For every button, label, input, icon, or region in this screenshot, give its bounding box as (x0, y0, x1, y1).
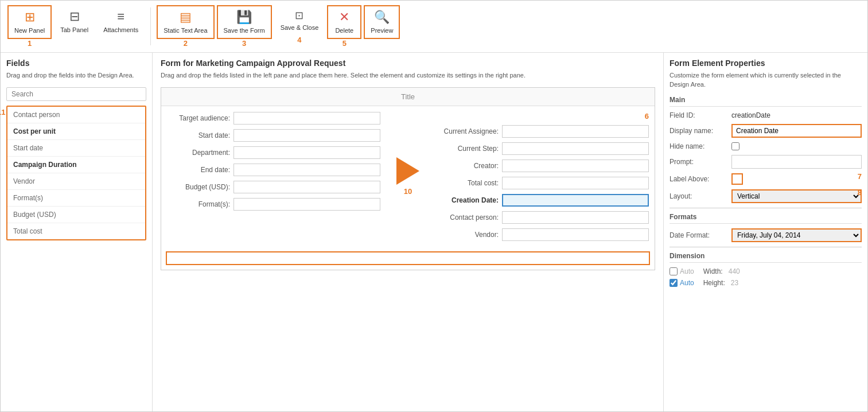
width-row: Auto Width: 440 (670, 267, 862, 275)
attachments-button[interactable]: ≡ Attachments (97, 5, 145, 38)
label-start-date: Start date: (167, 131, 230, 139)
input-contact-person[interactable] (502, 211, 649, 224)
fields-description: Drag and drop the fields into the Design… (6, 71, 146, 80)
hide-name-checkbox[interactable] (731, 142, 739, 150)
form-row-formats: Format(s): (167, 198, 380, 211)
annotation-11: 11 (0, 108, 5, 116)
height-key-label: Height: (703, 279, 725, 287)
save-close-button[interactable]: ⊡ Save & Close (274, 5, 325, 36)
input-step[interactable] (502, 142, 649, 155)
drag-arrow (396, 157, 419, 185)
form-row-end-date: End date: (167, 164, 380, 176)
label-creator: Creator: (435, 162, 499, 170)
input-creation-date[interactable] (502, 194, 649, 207)
main-section-title: Main (670, 96, 862, 107)
layout-row: 8 Layout: Vertical Horizontal (670, 189, 862, 203)
field-formats[interactable]: Format(s) (7, 190, 145, 207)
new-panel-button[interactable]: ⊞ New Panel (7, 5, 52, 39)
formats-section-title: Formats (670, 213, 862, 224)
label-formats: Format(s): (167, 200, 230, 208)
field-id-row: Field ID: creationDate (670, 111, 862, 119)
display-name-input[interactable] (731, 124, 862, 138)
static-text-label: Static Text Area (164, 27, 207, 34)
form-row-assignee: Current Assignee: (435, 125, 649, 138)
save-form-button[interactable]: 💾 Save the Form (217, 5, 272, 39)
input-assignee[interactable] (502, 125, 649, 138)
field-start-date[interactable]: Start date (7, 140, 145, 157)
height-row: Auto Height: 23 (670, 279, 862, 287)
search-input[interactable] (6, 87, 146, 101)
display-name-label: Display name: (670, 127, 727, 135)
form-row-vendor: Vendor: (435, 228, 649, 241)
field-total-cost[interactable]: Total cost (7, 223, 145, 239)
form-row-budget: Budget (USD): (167, 181, 380, 193)
form-design-area: Title Target audience: Start date: (161, 87, 655, 270)
input-vendor[interactable] (502, 228, 649, 241)
date-format-label: Date Format: (670, 231, 727, 239)
input-end-date[interactable] (233, 164, 380, 176)
form-row-creator: Creator: (435, 160, 649, 172)
form-bottom-bar (166, 251, 650, 265)
input-formats[interactable] (233, 198, 380, 211)
static-text-button[interactable]: ▤ Static Text Area (157, 5, 214, 39)
form-row-start-date: Start date: (167, 129, 380, 142)
form-title: Form for Marketing Campaign Approval Req… (161, 59, 655, 68)
new-panel-icon: ⊞ (25, 10, 35, 25)
toolbar-sep-1 (150, 7, 151, 45)
middle-panel: Form for Marketing Campaign Approval Req… (153, 53, 664, 411)
auto-width-checkbox[interactable] (670, 267, 678, 275)
field-campaign-duration[interactable]: Campaign Duration (7, 157, 145, 173)
preview-button[interactable]: 🔍 Preview (364, 5, 400, 39)
input-total-cost[interactable] (502, 177, 649, 189)
auto-height-checkbox[interactable] (670, 279, 678, 287)
form-body: Target audience: Start date: Department: (161, 106, 655, 247)
prompt-row: Prompt: (670, 155, 862, 169)
label-department: Department: (167, 149, 230, 157)
input-budget[interactable] (233, 181, 380, 193)
date-format-select[interactable]: Friday, July 04, 2014 07/04/2014 2014-07… (731, 228, 862, 242)
input-target-audience[interactable] (233, 112, 380, 125)
auto-height-check: Auto (670, 279, 694, 287)
label-end-date: End date: (167, 166, 230, 174)
auto-width-label: Auto (680, 267, 694, 275)
annotation-1: 1 (28, 39, 32, 48)
form-description: Drag and drop the fields listed in the l… (161, 71, 655, 80)
field-vendor[interactable]: Vendor (7, 173, 145, 190)
label-budget: Budget (USD): (167, 183, 230, 191)
tab-panel-label: Tab Panel (60, 26, 88, 34)
label-above-checkbox[interactable] (731, 173, 743, 185)
field-contact-person[interactable]: Contact person (7, 107, 145, 123)
save-form-icon: 💾 (236, 10, 252, 25)
annotation-3: 3 (242, 39, 246, 48)
annotation-8: 8 (858, 188, 862, 197)
label-total-cost: Total cost: (435, 179, 499, 187)
label-above-row: 7 Label Above: (670, 173, 862, 185)
auto-height-label: Auto (680, 279, 694, 287)
input-department[interactable] (233, 146, 380, 159)
attachments-label: Attachments (103, 26, 138, 34)
save-form-label: Save the Form (224, 27, 265, 34)
fields-title: Fields (6, 59, 146, 68)
input-creator[interactable] (502, 160, 649, 172)
input-start-date[interactable] (233, 129, 380, 142)
annotation-6: 6 (645, 112, 649, 121)
form-row-target-audience: Target audience: (167, 112, 380, 125)
form-row-contact-person: Contact person: (435, 211, 649, 224)
form-row-step: Current Step: (435, 142, 649, 155)
auto-width-check: Auto (670, 267, 694, 275)
layout-select[interactable]: Vertical Horizontal (731, 189, 862, 203)
field-budget[interactable]: Budget (USD) (7, 207, 145, 223)
toolbar: ⊞ New Panel 1 ⊟ Tab Panel ≡ Attachments … (1, 1, 867, 53)
form-row-creation-date: Creation Date: (435, 194, 649, 207)
display-name-row: Display name: (670, 124, 862, 138)
prompt-input[interactable] (731, 155, 862, 169)
properties-title: Form Element Properties (670, 59, 862, 68)
formats-divider (670, 208, 862, 208)
tab-panel-button[interactable]: ⊟ Tab Panel (54, 5, 95, 38)
width-key-label: Width: (703, 267, 723, 275)
dimension-section-title: Dimension (670, 252, 862, 263)
delete-button[interactable]: ✕ Delete (327, 5, 361, 39)
static-text-icon: ▤ (180, 10, 192, 25)
field-cost-per-unit[interactable]: Cost per unit (7, 123, 145, 140)
annotation-2: 2 (184, 39, 188, 48)
